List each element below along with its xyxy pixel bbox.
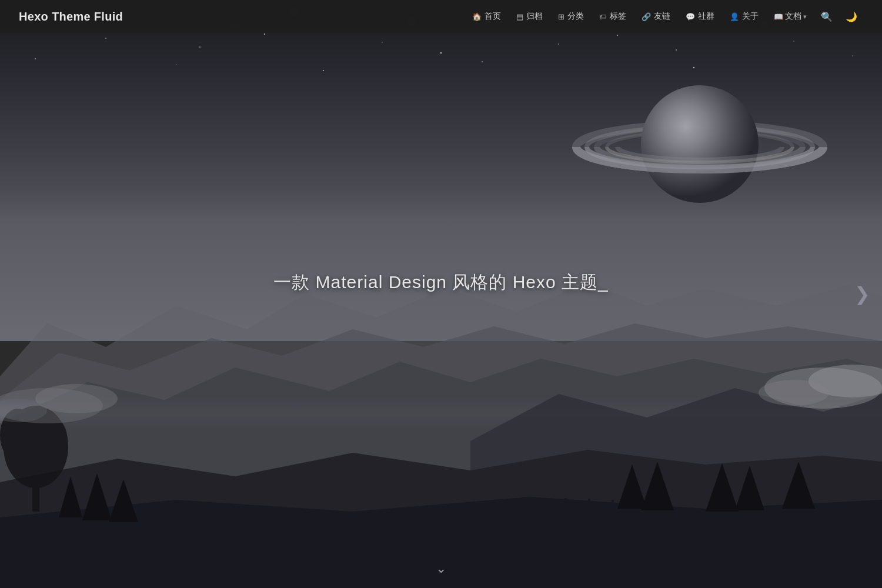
svg-rect-65 [541, 513, 614, 516]
community-icon: 💬 [686, 12, 695, 21]
svg-point-71 [759, 380, 829, 406]
navbar: Hexo Theme Fluid 🏠 首页 ▤ 归档 ⊞ 分类 🏷 标签 🔗 友… [0, 0, 882, 33]
arrow-right-icon: ❯ [854, 283, 870, 305]
moon-icon: 🌙 [846, 11, 857, 22]
chevron-down-icon: ⌄ [436, 561, 446, 576]
nav-category[interactable]: ⊞ 分类 [551, 8, 591, 25]
nav-archive[interactable]: ▤ 归档 [509, 8, 550, 25]
scroll-down-button[interactable]: ⌄ [436, 561, 446, 576]
svg-point-13 [105, 38, 106, 39]
hero-section: 一款 Material Design 风格的 Hexo 主题_ ⌄ ❯ [0, 0, 882, 588]
svg-point-27 [852, 55, 853, 56]
nav-community[interactable]: 💬 社群 [679, 8, 721, 25]
archive-icon: ▤ [516, 12, 523, 21]
nav-home[interactable]: 🏠 首页 [465, 8, 508, 25]
nav-links: 🏠 首页 ▤ 归档 ⊞ 分类 🏷 标签 🔗 友链 💬 社群 👤 关于 [465, 8, 863, 26]
site-brand[interactable]: Hexo Theme Fluid [19, 10, 123, 24]
landscape-background [0, 188, 882, 588]
nav-docs[interactable]: 📖 文档 ▾ [767, 8, 814, 25]
svg-point-33 [641, 85, 759, 203]
search-icon: 🔍 [821, 11, 833, 22]
svg-point-51 [38, 417, 68, 465]
nav-about[interactable]: 👤 关于 [723, 8, 766, 25]
svg-point-25 [482, 61, 483, 62]
hero-tagline: 一款 Material Design 风格的 Hexo 主题_ [273, 270, 608, 295]
tags-icon: 🏷 [599, 12, 607, 21]
docs-icon: 📖 [774, 12, 783, 21]
svg-point-22 [35, 58, 36, 59]
search-button[interactable]: 🔍 [815, 8, 838, 26]
nav-tags[interactable]: 🏷 标签 [592, 8, 633, 25]
chevron-down-icon: ▾ [803, 13, 807, 21]
about-icon: 👤 [730, 12, 739, 21]
nav-links[interactable]: 🔗 友链 [634, 8, 677, 25]
slide-next-button[interactable]: ❯ [854, 283, 870, 305]
svg-point-17 [440, 52, 442, 54]
category-icon: ⊞ [558, 12, 564, 21]
svg-point-24 [323, 70, 324, 71]
theme-toggle-button[interactable]: 🌙 [840, 8, 863, 26]
svg-point-14 [199, 46, 201, 48]
svg-point-67 [35, 384, 118, 413]
svg-point-15 [264, 34, 265, 35]
link-icon: 🔗 [642, 12, 651, 21]
home-icon: 🏠 [472, 12, 482, 21]
svg-point-18 [558, 44, 559, 45]
svg-rect-64 [541, 505, 614, 507]
svg-point-16 [382, 42, 383, 43]
svg-point-23 [176, 64, 176, 65]
